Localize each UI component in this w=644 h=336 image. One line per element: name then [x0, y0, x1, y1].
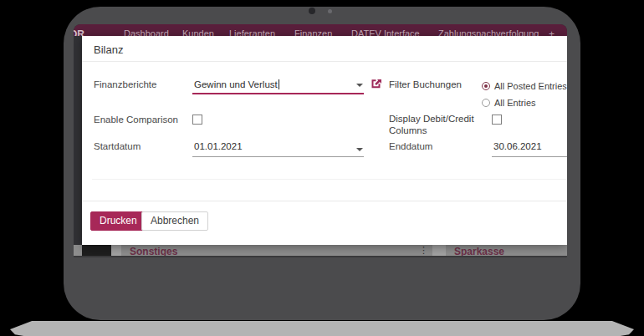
column-gap — [111, 245, 121, 256]
startdatum-value[interactable]: 01.01.2021 — [194, 141, 243, 151]
column-gap — [432, 245, 446, 256]
screen-bottom-edge — [74, 256, 567, 257]
text-cursor — [279, 79, 279, 89]
external-link-icon[interactable] — [371, 79, 382, 89]
enable-comparison-label: Enable Comparison — [94, 115, 178, 125]
menu-item-finanzen[interactable]: Finanzen — [294, 28, 332, 36]
debit-credit-checkbox[interactable] — [492, 115, 502, 125]
radio-selected-icon[interactable] — [482, 82, 490, 90]
enable-comparison-checkbox[interactable] — [192, 115, 202, 125]
chevron-down-icon[interactable] — [356, 148, 363, 151]
abbrechen-button[interactable]: Abbrechen — [141, 211, 208, 231]
camera-icon — [309, 8, 315, 14]
drucken-button[interactable]: Drucken — [90, 211, 146, 231]
input-underline — [492, 156, 567, 157]
dimmed-dark-cell — [82, 245, 111, 256]
input-underline — [192, 93, 364, 94]
screen: OR Dashboard Kunden Lieferanten Finanzen… — [74, 24, 567, 257]
finanzberichte-value: Gewinn und Verlust — [194, 79, 279, 89]
menu-item-lieferanten[interactable]: Lieferanten — [229, 28, 275, 36]
radio-all-entries[interactable]: All Entries — [482, 94, 536, 108]
menu-item-dashboard[interactable]: Dashboard — [124, 28, 169, 36]
input-underline — [192, 156, 364, 157]
menu-item-datev-interface[interactable]: DATEV Interface — [351, 28, 420, 36]
camera-led-icon — [328, 9, 332, 13]
brand-logo: OR — [74, 28, 84, 36]
footer-divider — [82, 201, 567, 201]
bilanz-modal: Bilanz Finanzberichte Gewinn und Verlust… — [82, 36, 567, 245]
startdatum-label: Startdatum — [94, 141, 141, 151]
menu-item-zahlungsnachverfolgung[interactable]: Zahlungsnachverfolgung — [438, 28, 539, 36]
modal-title: Bilanz — [94, 43, 123, 56]
kebab-menu-icon: ⋮ — [419, 245, 428, 256]
enddatum-label: Enddatum — [389, 141, 432, 151]
finanzberichte-select[interactable]: Gewinn und Verlust — [192, 77, 364, 93]
radio-all-posted-entries[interactable]: All Posted Entries — [482, 78, 567, 91]
chevron-down-icon[interactable] — [356, 84, 363, 87]
app-menubar: OR Dashboard Kunden Lieferanten Finanzen… — [74, 24, 567, 36]
finanzberichte-label: Finanzberichte — [94, 79, 156, 89]
menu-item-kunden[interactable]: Kunden — [182, 28, 214, 36]
debit-credit-label: Display Debit/Credit Columns — [389, 113, 483, 136]
laptop-base — [10, 321, 634, 336]
screenshot-canvas: OR Dashboard Kunden Lieferanten Finanzen… — [0, 0, 644, 336]
radio-unselected-icon[interactable] — [482, 99, 490, 107]
add-menu-icon[interactable]: + — [549, 28, 555, 36]
enddatum-value[interactable]: 30.06.2021 — [493, 141, 542, 151]
content-divider — [92, 179, 567, 180]
filter-buchungen-label: Filter Buchungen — [389, 79, 462, 89]
header-divider — [82, 61, 567, 62]
